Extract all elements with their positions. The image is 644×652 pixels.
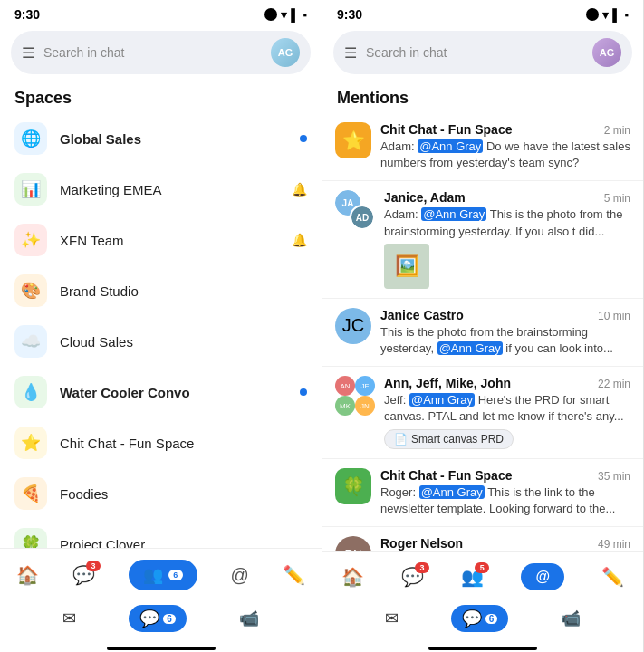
system-bar-right: ✉ 💬 6 📹 <box>322 598 643 643</box>
space-item-cloud-sales[interactable]: ☁️ Cloud Sales <box>0 316 322 367</box>
nav-compose-left[interactable]: ✏️ <box>275 561 312 590</box>
space-name-cloud: Cloud Sales <box>60 334 307 350</box>
spaces-list: 🌐 Global Sales 📊 Marketing EMEA 🔔 ✨ XFN … <box>0 113 322 548</box>
nav-chat-left[interactable]: 💬 3 <box>65 561 102 590</box>
space-icon-marketing: 📊 <box>14 173 47 206</box>
status-icons-right: ▾ ▌ ▪ <box>586 8 629 22</box>
bottom-nav-right: 🏠 💬 3 👥 5 @ ✏️ <box>322 551 643 598</box>
mentions-icon-right: @ <box>535 569 550 585</box>
video-icon-left[interactable]: 📹 <box>239 609 259 628</box>
time-right: 9:30 <box>337 7 362 22</box>
nav-home-left[interactable]: 🏠 <box>9 561 46 590</box>
mention-item-6[interactable]: RN Roger Nelson 49 min @Ann Gray Thanks … <box>322 527 643 551</box>
video-icon-right[interactable]: 📹 <box>561 609 581 628</box>
mention-item-1[interactable]: ⭐ Chit Chat - Fun Space 2 min Adam: @Ann… <box>322 113 643 181</box>
space-item-marketing[interactable]: 📊 Marketing EMEA 🔔 <box>0 164 322 215</box>
nav-chat-right[interactable]: 💬 3 <box>394 562 431 591</box>
space-name-marketing: Marketing EMEA <box>60 182 279 197</box>
camera-dot-right <box>586 8 599 21</box>
mention-header-5: Chit Chat - Fun Space 35 min <box>380 468 630 483</box>
space-name-xfn: XFN Team <box>60 233 279 248</box>
space-name-chit: Chit Chat - Fun Space <box>60 436 307 451</box>
hamburger-icon-right[interactable]: ☰ <box>344 44 357 62</box>
chat-sys-right[interactable]: 💬 6 <box>451 605 509 632</box>
chat-sys-icon-right: 💬 <box>462 609 482 628</box>
mention-content-2: Janice, Adam 5 min Adam: @Ann Gray This … <box>384 190 630 288</box>
space-icon-cloud: ☁️ <box>14 325 47 358</box>
signal-icon-right: ▌ <box>612 8 620 22</box>
space-icon-brand: 🎨 <box>14 274 47 307</box>
chat-sys-left[interactable]: 💬 6 <box>129 605 187 632</box>
mention-name-2: Janice, Adam <box>384 190 466 205</box>
attachment-chip-4[interactable]: 📄 Smart canvas PRD <box>384 429 514 449</box>
space-icon-chit: ⭐ <box>14 427 47 459</box>
space-item-water-cooler[interactable]: 💧 Water Cooler Convo <box>0 367 322 417</box>
space-item-chit-chat[interactable]: ⭐ Chit Chat - Fun Space <box>0 417 322 468</box>
home-bar-left <box>107 647 216 650</box>
mention-item-4[interactable]: AN JF MK JN Ann, Jeff, Mike, John 22 min… <box>322 367 643 458</box>
mention-text-4: Jeff: @Ann Gray Here's the PRD for smart… <box>384 392 630 425</box>
mention-item-5[interactable]: 🍀 Chit Chat - Fun Space 35 min Roger: @A… <box>322 459 643 527</box>
mention-content-3: Janice Castro 10 min This is the photo f… <box>380 308 630 357</box>
nav-mentions-left[interactable]: @ <box>224 561 256 590</box>
mention-content-5: Chit Chat - Fun Space 35 min Roger: @Ann… <box>380 468 630 517</box>
space-item-xfn[interactable]: ✨ XFN Team 🔔 <box>0 215 322 265</box>
spaces-icon-left: 👥 <box>143 565 163 585</box>
nav-spaces-left[interactable]: 👥 6 <box>121 556 205 594</box>
mention-avatar-5: 🍀 <box>335 468 371 504</box>
compose-icon-right: ✏️ <box>601 566 624 588</box>
notification-dot-global <box>300 135 307 142</box>
mention-tag-5: @Ann Gray <box>419 485 485 499</box>
user-avatar-right[interactable]: AG <box>592 38 621 67</box>
hamburger-icon-left[interactable]: ☰ <box>22 44 34 62</box>
mention-name-6: Roger Nelson <box>380 536 463 551</box>
mention-name-1: Chit Chat - Fun Space <box>380 122 512 137</box>
nav-compose-right[interactable]: ✏️ <box>594 562 631 591</box>
search-bar-right[interactable]: ☰ Search in chat AG <box>333 31 632 74</box>
mention-avatar-4: AN JF MK JN <box>335 376 375 416</box>
spaces-badge-left: 6 <box>168 570 183 580</box>
time-left: 9:30 <box>14 7 40 22</box>
mention-time-4: 22 min <box>598 378 630 390</box>
space-item-global-sales[interactable]: 🌐 Global Sales <box>0 113 322 164</box>
mention-avatar-3: JC <box>335 308 371 344</box>
chat-sys-badge-left: 6 <box>163 614 176 624</box>
space-icon-global: 🌐 <box>14 122 47 155</box>
spaces-title: Spaces <box>0 82 322 113</box>
user-avatar-left[interactable]: AG <box>271 38 300 67</box>
mention-content-4: Ann, Jeff, Mike, John 22 min Jeff: @Ann … <box>384 376 630 448</box>
space-icon-foodies: 🍕 <box>14 477 47 510</box>
search-placeholder-right: Search in chat <box>366 45 583 60</box>
nav-home-right[interactable]: 🏠 <box>334 562 371 591</box>
mail-icon-right[interactable]: ✉ <box>385 609 399 628</box>
space-item-foodies[interactable]: 🍕 Foodies <box>0 468 322 519</box>
mention-tag-3: @Ann Gray <box>437 341 503 355</box>
space-name-global: Global Sales <box>60 131 287 147</box>
mention-header-1: Chit Chat - Fun Space 2 min <box>380 122 630 137</box>
mentions-active-bg: @ <box>521 563 564 590</box>
status-bar-right: 9:30 ▾ ▌ ▪ <box>322 0 643 25</box>
nav-spaces-right[interactable]: 👥 5 <box>454 562 491 591</box>
space-name-project: Project Clover <box>60 537 307 549</box>
signal-icon-left: ▌ <box>291 8 299 22</box>
space-name-foodies: Foodies <box>60 486 307 502</box>
space-item-project-clover[interactable]: 🍀 Project Clover <box>0 519 322 548</box>
mention-content-1: Chit Chat - Fun Space 2 min Adam: @Ann G… <box>380 122 630 171</box>
system-bar-left: ✉ 💬 6 📹 <box>0 598 322 643</box>
mentions-list: ⭐ Chit Chat - Fun Space 2 min Adam: @Ann… <box>322 113 643 551</box>
mention-item-3[interactable]: JC Janice Castro 10 min This is the phot… <box>322 299 643 367</box>
left-panel: 9:30 ▾ ▌ ▪ ☰ Search in chat AG Spaces 🌐 … <box>0 0 322 652</box>
right-panel: 9:30 ▾ ▌ ▪ ☰ Search in chat AG Mentions … <box>322 0 643 652</box>
nav-mentions-right[interactable]: @ <box>514 560 572 594</box>
home-bar-right <box>428 647 537 650</box>
mention-tag-2: @Ann Gray <box>421 207 486 221</box>
chat-badge-left: 3 <box>86 561 101 571</box>
search-bar-left[interactable]: ☰ Search in chat AG <box>11 31 311 74</box>
mention-time-6: 49 min <box>598 538 630 551</box>
mention-item-2[interactable]: JA AD Janice, Adam 5 min Adam: @Ann Gray… <box>322 181 643 298</box>
bottom-nav-left: 🏠 💬 3 👥 6 @ ✏️ <box>0 548 322 598</box>
mention-header-6: Roger Nelson 49 min <box>380 536 630 551</box>
mail-icon-left[interactable]: ✉ <box>62 609 76 628</box>
space-item-brand-studio[interactable]: 🎨 Brand Studio <box>0 265 322 316</box>
mentions-icon-left: @ <box>231 565 249 586</box>
